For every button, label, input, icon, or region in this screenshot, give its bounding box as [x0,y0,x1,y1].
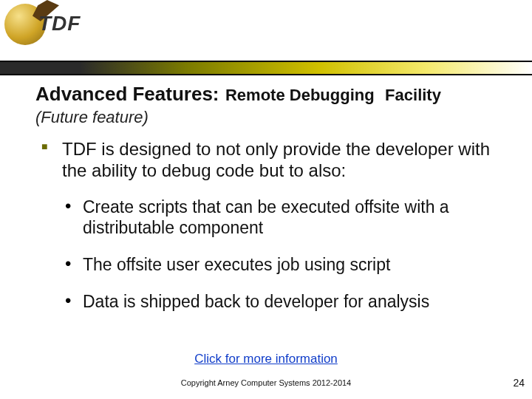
slide-title: Advanced Features: Remote Debugging Faci… [35,83,508,106]
logo-text: TDF [38,12,81,35]
sub-bullet-list: Create scripts that can be executed offs… [62,197,497,312]
title-main: Advanced Features: [35,83,219,105]
accent-bar [0,62,532,74]
divider [0,74,532,75]
list-item: Data is shipped back to developer for an… [62,291,497,312]
page-number: 24 [513,377,525,389]
title-sub-a: Remote Debugging [225,86,375,104]
bullet-text: Data is shipped back to developer for an… [83,292,429,311]
list-item: The offsite user executes job using scri… [62,254,497,275]
more-info-link[interactable]: Click for more information [194,352,338,366]
bullet-text: TDF is designed to not only provide the … [62,139,490,180]
header-band: TDF [0,0,532,74]
content-area: TDF is designed to not only provide the … [38,139,497,328]
bullet-list: TDF is designed to not only provide the … [38,139,497,312]
slide-subtitle: (Future feature) [35,108,149,127]
copyright-text: Copyright Arney Computer Systems 2012-20… [0,378,532,387]
bullet-text: Create scripts that can be executed offs… [83,197,449,237]
list-item: TDF is designed to not only provide the … [38,139,497,312]
logo: TDF [4,1,93,61]
title-sub-b: Facility [385,86,441,104]
bullet-text: The offsite user executes job using scri… [83,255,390,274]
list-item: Create scripts that can be executed offs… [62,197,497,238]
more-info-link-wrap: Click for more information [0,352,532,366]
slide: TDF Advanced Features: Remote Debugging … [0,0,532,399]
